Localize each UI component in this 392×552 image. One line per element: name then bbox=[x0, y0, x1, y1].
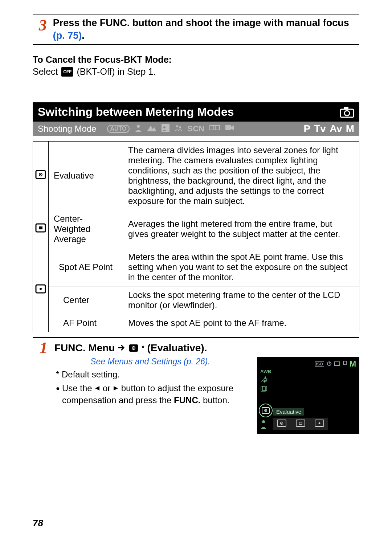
page-number: 78 bbox=[33, 518, 43, 529]
svg-rect-40 bbox=[299, 422, 302, 424]
evaluative-name: Evaluative bbox=[49, 142, 123, 210]
svg-rect-17 bbox=[39, 226, 42, 229]
step-1-body: See Menus and Settings (p. 26). * Defaul… bbox=[33, 357, 359, 434]
portrait-mode-icon bbox=[135, 124, 142, 134]
night-portrait-icon bbox=[162, 124, 170, 134]
svg-marker-24 bbox=[114, 386, 118, 391]
awb-icon: AWB bbox=[260, 369, 270, 374]
evaluative-icon bbox=[35, 170, 46, 179]
step-1-number: 1 bbox=[33, 340, 54, 356]
stitch-icon bbox=[209, 124, 220, 134]
func-menu-label: FUNC. Menu bbox=[54, 342, 115, 354]
table-row: AF Point Moves the spot AE point to the … bbox=[33, 314, 359, 332]
lcd-top-right: ISO M bbox=[315, 359, 356, 369]
step-3-text: Press the FUNC. button and shoot the ima… bbox=[53, 17, 359, 42]
svg-rect-11 bbox=[225, 125, 231, 130]
svg-rect-1 bbox=[344, 107, 348, 109]
svg-point-8 bbox=[179, 126, 181, 128]
center-weighted-icon bbox=[35, 223, 46, 233]
center-weighted-name: Center-Weighted Average bbox=[49, 210, 123, 248]
center-weighted-desc: Averages the light metered from the enti… bbox=[123, 210, 359, 248]
table-row: Spot AE Point Meters the area within the… bbox=[33, 248, 359, 286]
movie-icon bbox=[225, 124, 234, 134]
see-menus-link[interactable]: See Menus and Settings (p. 26). bbox=[56, 357, 245, 367]
option-center-weighted-icon bbox=[296, 420, 305, 428]
shooting-mode-label: Shooting Mode bbox=[38, 124, 96, 134]
camera-lcd-preview: ISO M AWB OFF bbox=[257, 357, 359, 434]
step3-part1: Press the bbox=[53, 17, 100, 28]
cancel-after: (BKT-Off) in Step 1. bbox=[77, 66, 156, 77]
arrow-right-icon bbox=[118, 342, 126, 354]
bkt-off-icon: OFF bbox=[61, 67, 73, 77]
kids-pets-icon bbox=[175, 124, 183, 134]
step-1-left-column: See Menus and Settings (p. 26). * Defaul… bbox=[33, 357, 257, 434]
section-heading-bar: Switching between Metering Modes bbox=[33, 102, 359, 122]
metering-table: Evaluative The camera divides images int… bbox=[33, 141, 359, 332]
bullet-icon: ● bbox=[56, 383, 60, 406]
svg-point-2 bbox=[344, 111, 350, 116]
func-bold: FUNC. bbox=[174, 395, 200, 405]
step3-func: FUNC. bbox=[100, 17, 130, 28]
evaluative-icon-small bbox=[128, 344, 139, 352]
step3-period: . bbox=[82, 30, 85, 41]
table-row: Evaluative The camera divides images int… bbox=[33, 142, 359, 210]
evaluative-label: (Evaluative). bbox=[147, 342, 207, 354]
svg-point-42 bbox=[319, 422, 320, 424]
step-1-section: 1 FUNC. Menu * (Evaluative). See Menus a… bbox=[33, 337, 359, 434]
cancel-before: Select bbox=[33, 66, 58, 77]
person-icon bbox=[260, 419, 268, 431]
evaluative-desc: The camera divides images into several z… bbox=[123, 142, 359, 210]
afpoint-name: AF Point bbox=[49, 314, 123, 332]
step3-part2: button and shoot the image with manual f… bbox=[130, 17, 349, 28]
page-75-link[interactable]: (p. 75) bbox=[53, 30, 82, 41]
right-triangle-icon bbox=[113, 383, 119, 394]
scn-mode-label: SCN bbox=[188, 124, 204, 134]
option-evaluative-icon bbox=[277, 420, 286, 428]
step-3-number: 3 bbox=[33, 17, 53, 33]
svg-point-19 bbox=[40, 288, 42, 290]
evaluative-icon-cell bbox=[33, 142, 49, 210]
svg-point-3 bbox=[137, 125, 140, 128]
svg-rect-39 bbox=[296, 420, 305, 426]
svg-point-35 bbox=[262, 420, 265, 423]
svg-rect-28 bbox=[343, 361, 346, 365]
table-row: Center-Weighted Average Averages the lig… bbox=[33, 210, 359, 248]
lcd-bottom-options bbox=[273, 418, 328, 430]
step-1-heading: 1 FUNC. Menu * (Evaluative). bbox=[33, 340, 359, 356]
timer-icon bbox=[326, 360, 332, 368]
center-name: Center bbox=[49, 286, 123, 314]
selected-metering-label: Evaluative bbox=[273, 408, 304, 416]
svg-marker-12 bbox=[231, 125, 234, 130]
mode-m: M bbox=[346, 123, 354, 135]
center-weighted-icon-cell bbox=[33, 210, 49, 248]
mode-letters: P Tv Av M bbox=[304, 123, 354, 135]
bullet-mid: or bbox=[103, 383, 113, 393]
step-1-bullet: ● Use the or button to adjust the exposu… bbox=[56, 383, 257, 406]
svg-point-38 bbox=[281, 423, 282, 424]
bullet-before: Use the bbox=[62, 383, 94, 393]
camera-icon bbox=[340, 106, 354, 118]
step-3-box: 3 Press the FUNC. button and shoot the i… bbox=[33, 15, 359, 45]
bullet-end: button. bbox=[203, 395, 229, 405]
spot-ae-name: Spot AE Point bbox=[49, 248, 123, 286]
svg-point-6 bbox=[163, 126, 166, 128]
lcd-left-column: AWB OFF bbox=[260, 369, 270, 393]
svg-point-15 bbox=[40, 174, 41, 175]
cancel-instruction: Select OFF (BKT-Off) in Step 1. bbox=[33, 66, 359, 77]
center-desc: Locks the spot metering frame to the cen… bbox=[123, 286, 359, 314]
mode-tv: Tv bbox=[314, 123, 326, 135]
default-setting-note: * Default setting. bbox=[56, 369, 257, 380]
selected-metering-ring bbox=[259, 404, 273, 417]
table-row: Center Locks the spot metering frame to … bbox=[33, 286, 359, 314]
svg-marker-23 bbox=[95, 386, 99, 391]
mode-m-display: M bbox=[350, 359, 356, 369]
bullet-text: Use the or button to adjust the exposure… bbox=[62, 383, 257, 406]
evaluative-icon-lcd bbox=[262, 407, 270, 414]
iso-icon: ISO bbox=[315, 361, 324, 367]
mode-icons-row: AUTO SCN bbox=[107, 124, 303, 134]
svg-point-34 bbox=[265, 410, 266, 411]
footnote-star: * bbox=[142, 344, 144, 352]
rect-icon bbox=[334, 361, 340, 367]
spot-icon-cell bbox=[33, 248, 49, 332]
manual-page: 3 Press the FUNC. button and shoot the i… bbox=[0, 0, 392, 552]
